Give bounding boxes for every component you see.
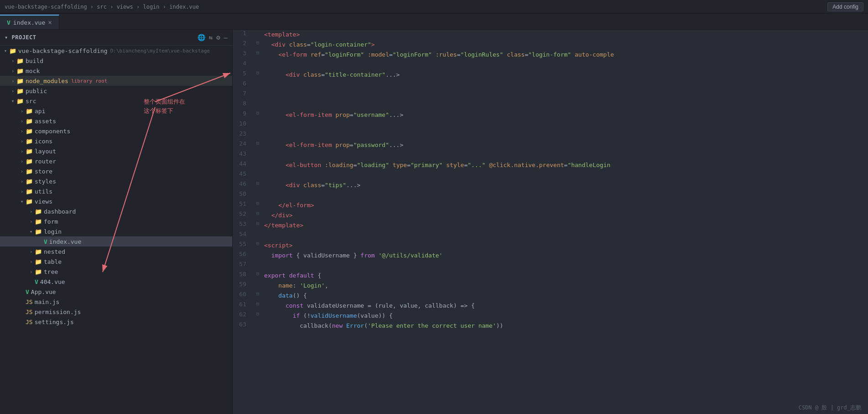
sidebar-item-dashboard[interactable]: › 📁 dashboard: [0, 206, 232, 216]
line-gutter-62[interactable]: ⊟: [253, 311, 262, 317]
src-arrow: ▾: [9, 98, 16, 104]
line-content-56: import { validUsername } from '@/utils/v…: [262, 251, 868, 261]
sidebar-item-components[interactable]: › 📁 components: [0, 126, 232, 136]
router-arrow: ›: [18, 158, 26, 164]
404-vue-icon: V: [35, 278, 38, 285]
line-gutter-51[interactable]: ⊟: [253, 200, 262, 206]
sidebar-item-router[interactable]: › 📁 router: [0, 156, 232, 166]
login-arrow: ▾: [27, 229, 35, 235]
sidebar-item-index-vue[interactable]: V index.vue: [0, 236, 232, 246]
mock-label: mock: [26, 68, 40, 74]
tab-close-icon[interactable]: ×: [48, 19, 52, 26]
line-content-3: <el-form ref="loginForm" :model="loginFo…: [262, 50, 868, 60]
sidebar-item-app-vue[interactable]: V App.vue: [0, 287, 232, 297]
sidebar-item-views[interactable]: ▾ 📁 views: [0, 196, 232, 206]
line-num-63: 63: [233, 321, 253, 328]
line-num-43: 43: [233, 150, 253, 157]
sidebar-item-assets[interactable]: › 📁 assets: [0, 116, 232, 126]
store-folder-icon: 📁: [26, 168, 33, 175]
settings-js-icon: JS: [26, 319, 33, 325]
line-gutter-58[interactable]: ⊟: [253, 271, 262, 277]
build-arrow: ›: [9, 58, 16, 64]
sidebar-item-nested[interactable]: › 📁 nested: [0, 246, 232, 257]
line-gutter-61[interactable]: ⊟: [253, 301, 262, 307]
line-gutter-55[interactable]: ⊟: [253, 241, 262, 246]
utils-folder-icon: 📁: [26, 188, 33, 195]
sidebar-icons: 🌐 ⇆ ⚙ —: [198, 34, 228, 41]
code-line-56: 56 import { validUsername } from '@/util…: [233, 251, 868, 261]
code-line-44: 44 <el-button :loading="loading" type="p…: [233, 160, 868, 170]
tab-index-vue[interactable]: V index.vue ×: [0, 15, 59, 29]
line-num-46: 46: [233, 180, 253, 187]
line-gutter-5[interactable]: ⊟: [253, 70, 262, 76]
sidebar-item-login[interactable]: ▾ 📁 login: [0, 226, 232, 236]
sidebar-item-icons[interactable]: › 📁 icons: [0, 136, 232, 146]
sidebar-item-src[interactable]: ▾ 📁 src: [0, 96, 232, 106]
sidebar-item-main-js[interactable]: JS main.js: [0, 297, 232, 307]
sidebar-item-build[interactable]: › 📁 build: [0, 56, 232, 66]
globe-icon[interactable]: 🌐: [198, 34, 205, 41]
mock-arrow: ›: [9, 68, 16, 74]
sidebar-item-utils[interactable]: › 📁 utils: [0, 186, 232, 196]
settings-icon[interactable]: ⚙: [216, 34, 220, 41]
sidebar-item-settings-js[interactable]: JS settings.js: [0, 317, 232, 327]
code-line-62: 62 ⊟ if (!validUsername(value)) {: [233, 311, 868, 321]
sidebar-item-mock[interactable]: › 📁 mock: [0, 66, 232, 76]
404-vue-label: 404.vue: [40, 278, 65, 285]
line-gutter-53[interactable]: ⊟: [253, 220, 262, 226]
sidebar-item-table[interactable]: › 📁 table: [0, 257, 232, 267]
sidebar-item-styles[interactable]: › 📁 styles: [0, 176, 232, 186]
line-gutter-2[interactable]: ⊟: [253, 40, 262, 46]
line-content-61: const validateUsername = (rule, value, c…: [262, 301, 868, 311]
sidebar-item-404-vue[interactable]: V 404.vue: [0, 277, 232, 287]
sidebar-item-public[interactable]: › 📁 public: [0, 86, 232, 96]
line-gutter-60[interactable]: ⊟: [253, 291, 262, 297]
sidebar-item-node-modules[interactable]: › 📁 node_modules library root: [0, 76, 232, 86]
code-line-10: 10: [233, 120, 868, 130]
title-bar-right[interactable]: Add config: [827, 2, 863, 11]
line-content-58: export default {: [262, 271, 868, 281]
code-line-63: 63 callback(new Error('Please enter the …: [233, 321, 868, 331]
line-gutter-52[interactable]: ⊟: [253, 210, 262, 216]
line-num-6: 6: [233, 80, 253, 87]
settings-js-label: settings.js: [35, 319, 74, 325]
tab-label: index.vue: [13, 19, 45, 26]
tree-label: tree: [44, 268, 58, 275]
line-num-57: 57: [233, 261, 253, 267]
public-label: public: [26, 88, 47, 94]
icons-label: icons: [35, 138, 52, 145]
node-modules-badge: library root: [71, 78, 107, 84]
layout-folder-icon: 📁: [26, 148, 33, 155]
code-line-55: 55 ⊟ <script>: [233, 241, 868, 251]
code-line-1: 1 <template>: [233, 30, 868, 40]
router-folder-icon: 📁: [26, 158, 33, 165]
code-editor[interactable]: 1 <template> 2 ⊟ <div class="login-conta…: [233, 30, 868, 414]
sidebar-item-store[interactable]: › 📁 store: [0, 166, 232, 176]
code-line-43: 43: [233, 150, 868, 160]
components-folder-icon: 📁: [26, 128, 33, 135]
styles-folder-icon: 📁: [26, 178, 33, 185]
nested-folder-icon: 📁: [35, 248, 42, 255]
layout-label: layout: [35, 148, 56, 155]
sidebar-item-permission-js[interactable]: JS permission.js: [0, 307, 232, 317]
node-modules-folder-icon: 📁: [16, 78, 24, 84]
minimize-icon[interactable]: —: [224, 34, 228, 41]
tree-root-item[interactable]: ▾ 📁 vue-backstage-scaffolding D:\bianche…: [0, 46, 232, 56]
vue-file-icon: V: [7, 19, 10, 26]
sidebar-item-tree[interactable]: › 📁 tree: [0, 267, 232, 277]
line-num-2: 2: [233, 40, 253, 47]
line-gutter-9[interactable]: ⊟: [253, 110, 262, 116]
add-config-button[interactable]: Add config: [827, 2, 863, 11]
line-gutter-3[interactable]: ⊟: [253, 50, 262, 56]
expand-icon[interactable]: ⇆: [209, 34, 213, 41]
line-gutter-24[interactable]: ⊟: [253, 140, 262, 146]
line-gutter-46[interactable]: ⊟: [253, 180, 262, 186]
line-num-60: 60: [233, 291, 253, 298]
line-num-8: 8: [233, 100, 253, 107]
sidebar-item-form[interactable]: › 📁 form: [0, 216, 232, 226]
sidebar-item-api[interactable]: › 📁 api: [0, 106, 232, 116]
store-arrow: ›: [18, 168, 26, 174]
line-content-62: if (!validUsername(value)) {: [262, 311, 868, 321]
line-num-5: 5: [233, 70, 253, 77]
sidebar-item-layout[interactable]: › 📁 layout: [0, 146, 232, 156]
